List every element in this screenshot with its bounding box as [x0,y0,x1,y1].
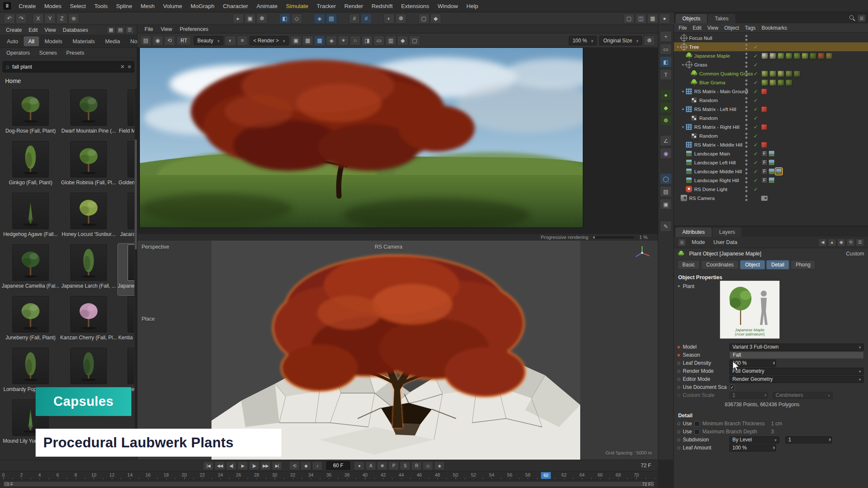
paint-icon[interactable]: ◉ [660,148,672,159]
anim-dot-icon[interactable] [677,362,680,365]
visibility-dots[interactable] [745,61,748,68]
param-key-button[interactable]: ◇ [423,461,433,470]
compare-ab-icon[interactable]: ◨ [362,36,373,46]
menu-mesh[interactable]: Mesh [136,2,159,11]
plane-icon[interactable]: ▭ [660,44,672,55]
asset-item-kanzan-cherry-fall-pl[interactable]: Kanzan Cherry (Fall, Pl... [60,295,117,347]
render-view-button[interactable]: ▸ [233,14,244,24]
menu-mograph[interactable]: MoGraph [186,2,219,11]
om-menu-bookmarks[interactable]: Bookmarks [759,25,790,31]
browser-menu-view[interactable]: View [41,26,59,34]
enabled-check-icon[interactable] [754,62,758,68]
menu-tools[interactable]: Tools [90,2,112,11]
browser-tab-all[interactable]: All [24,36,39,46]
pla-key-button[interactable]: ◈ [434,461,445,470]
visibility-dots[interactable] [745,44,748,50]
browser-tab-media[interactable]: Media [100,36,125,46]
anim-dot-icon[interactable] [677,378,680,381]
redshift-object-tag[interactable] [761,89,767,94]
play-button[interactable]: ▶ [237,461,248,470]
browser-subtab-operators[interactable]: Operators [2,49,34,57]
enabled-check-icon[interactable] [754,160,758,166]
field-tag[interactable]: F [761,177,768,183]
axis-gizmo-icon[interactable] [632,244,652,262]
visibility-dots[interactable] [745,70,748,77]
tag-icon[interactable]: ◆ [430,14,441,24]
anim-dot-icon[interactable] [677,422,680,425]
search-icon[interactable] [848,14,856,22]
om-menu-tags[interactable]: Tags [742,25,759,31]
film-icon[interactable]: ▤ [660,186,672,197]
lock-icon[interactable]: ◉ [837,238,846,247]
enabled-check-icon[interactable] [754,151,758,157]
menu-character[interactable]: Character [219,2,252,11]
object-row-tree[interactable]: Tree [674,42,868,51]
position-key-button[interactable]: P [388,461,399,470]
attr-tab-layers[interactable]: Layers [712,227,742,237]
attr-tab-button-object[interactable]: Object [740,260,765,269]
pin-icon[interactable]: ◆ [397,36,408,46]
rotation-key-button[interactable]: R [411,461,422,470]
menu-spline[interactable]: Spline [112,2,136,11]
anim-dot-icon[interactable] [677,354,680,357]
enabled-check-icon[interactable] [754,186,758,192]
asset-item-japanese-camellia-fal[interactable]: Japanese Camellia (Fal... [2,244,59,295]
material-swatch[interactable] [801,53,809,59]
render-settings-button[interactable]: ☸ [256,14,267,24]
om-menu-edit[interactable]: Edit [690,25,704,31]
circle-select-icon[interactable]: ○ [350,36,361,46]
object-row-random[interactable]: Random [674,114,868,122]
spin-down-icon[interactable]: ▾ [773,363,775,365]
history-icon[interactable]: ⟲ [846,238,855,247]
render-settings-gear-icon[interactable]: ☸ [644,36,655,46]
material-swatch[interactable] [761,79,768,86]
field-tag[interactable]: F [761,150,768,157]
preview-range-slider[interactable]: 0 F 72 F [3,481,654,487]
material-swatch[interactable] [777,79,785,86]
asset-item-japanese-larch-fall[interactable]: Japanese Larch (Fall, ... [60,244,117,295]
home-icon[interactable]: ⌂ [6,64,9,70]
enabled-check-icon[interactable] [754,124,758,130]
panel-menu-icon[interactable]: ☰ [678,238,686,247]
menu-window[interactable]: Window [433,2,462,11]
filter-icon[interactable]: ☰ [857,14,866,22]
current-frame-field[interactable] [326,461,350,470]
pen-icon[interactable]: ✎ [660,221,672,232]
material-swatch[interactable] [777,53,785,59]
coord-system-icon[interactable]: ⊕ [68,14,79,24]
keying-gear-button[interactable]: ☸ [377,461,387,470]
text-tool-icon[interactable]: T [660,69,672,80]
material-swatch[interactable] [826,53,833,59]
attr-dropdown[interactable]: Full Geometry [729,368,864,375]
rt-toggle-button[interactable]: RT [177,36,191,45]
enabled-check-icon[interactable] [754,177,758,183]
attr-spin-field[interactable]: 1▴▾ [785,436,832,444]
object-row-rs-matrix-main-ground[interactable]: RS Matrix - Main Ground [674,87,868,96]
undo-icon[interactable]: ↶ [4,14,15,24]
list-view-icon[interactable]: ▤ [116,26,125,34]
object-row-landscape-main[interactable]: Landscape MainF [674,149,868,158]
modeling-cube-icon[interactable]: ◧ [279,14,290,24]
anim-dot-icon[interactable] [677,394,680,397]
clapboard-icon[interactable]: ▣ [660,199,672,210]
teapot-icon[interactable]: ◉ [152,36,163,46]
mirror-icon[interactable]: ◐ [384,14,395,24]
object-row-japanese-maple[interactable]: Japanese Maple [674,51,868,60]
next-frame-button[interactable]: |▶ [249,461,259,470]
asset-item-ginkgo-fall-plant[interactable]: Ginkgo (Fall, Plant) [2,140,59,192]
simulation-gear-icon[interactable]: ☸ [660,115,672,126]
enabled-check-icon[interactable] [754,97,758,103]
asset-item-golden-weeping-willo[interactable]: Golden Weeping Willo... [118,140,134,192]
menu-animate[interactable]: Animate [252,2,282,11]
texture-tag-selected[interactable] [776,168,782,175]
attr-tab-button-coordinates[interactable]: Coordinates [701,260,739,269]
enabled-check-icon[interactable] [754,44,758,50]
menu-help[interactable]: Help [462,2,482,11]
viewport-name-label[interactable]: Perspective [142,244,169,250]
user-data-menu[interactable]: User Data [710,238,740,246]
panel-menu-icon[interactable]: ☰ [856,238,864,247]
object-row-rs-dome-light[interactable]: RS Dome Light [674,185,868,194]
om-menu-view[interactable]: View [704,25,721,31]
visibility-dots[interactable] [745,141,748,148]
spin-down-icon[interactable]: ▾ [773,448,775,449]
